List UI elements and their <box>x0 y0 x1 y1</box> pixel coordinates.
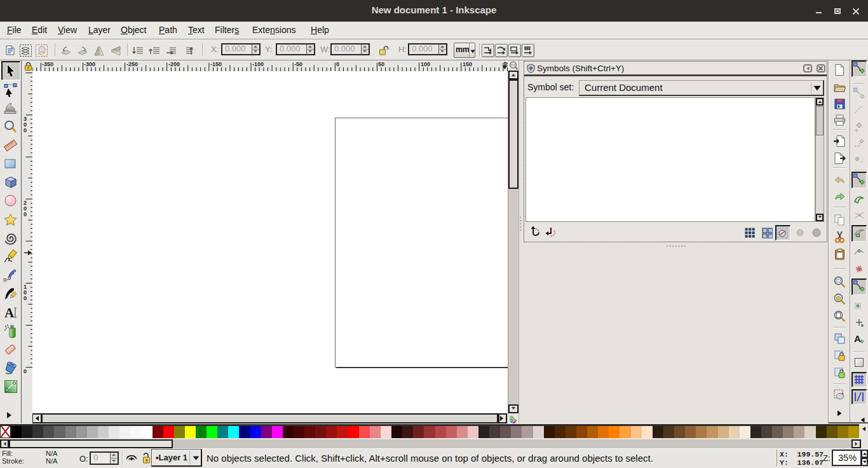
svg-text:A: A <box>854 333 861 344</box>
svg-text:A: A <box>4 305 15 320</box>
